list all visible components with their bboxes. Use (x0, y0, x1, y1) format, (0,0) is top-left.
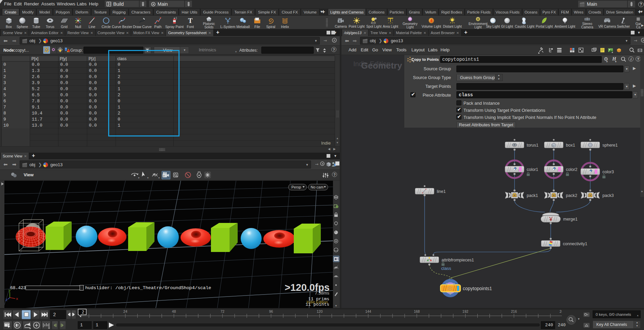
svg-text:48: 48 (172, 309, 176, 313)
svg-text:72: 72 (220, 309, 224, 313)
svg-text:168: 168 (414, 309, 420, 313)
svg-text:merge1: merge1 (563, 217, 577, 222)
svg-text:Indie Edition: Indie Edition (307, 300, 328, 304)
svg-text:192: 192 (462, 309, 469, 313)
svg-text:class: class (441, 266, 451, 271)
svg-text:7.38ms: 7.38ms (315, 290, 329, 296)
svg-text:216: 216 (511, 309, 517, 313)
svg-text:box1: box1 (566, 143, 575, 148)
svg-text:color1: color1 (527, 167, 538, 172)
svg-text:No cam: No cam (311, 185, 324, 189)
svg-text:copytopoints1: copytopoints1 (463, 286, 492, 291)
svg-text:Geometry: Geometry (361, 60, 402, 71)
svg-text:x: x (16, 297, 18, 301)
svg-text:pack2: pack2 (566, 193, 577, 198)
svg-text:96: 96 (269, 309, 273, 313)
svg-text:+: + (612, 51, 613, 54)
svg-text:color2: color2 (566, 167, 577, 172)
svg-text:z: z (5, 298, 8, 302)
svg-text:240: 240 (559, 309, 562, 313)
svg-text:Persp: Persp (291, 185, 301, 189)
svg-text:hudslider: /obj/Lees_Theatre/G: hudslider: /obj/Lees_Theatre/GroundShop4… (85, 285, 211, 290)
svg-text:144: 144 (365, 309, 371, 313)
svg-text:68.423: 68.423 (10, 285, 26, 290)
svg-text:pack3: pack3 (602, 193, 614, 198)
svg-text:color3: color3 (602, 170, 614, 174)
svg-text:torus1: torus1 (527, 143, 539, 148)
svg-text:connectivity1: connectivity1 (563, 242, 587, 246)
svg-text:120: 120 (317, 309, 323, 313)
svg-text:T: T (188, 17, 193, 24)
svg-text:2: 2 (82, 310, 84, 314)
svg-text:y: y (8, 288, 11, 293)
svg-text:24: 24 (123, 309, 127, 313)
svg-text:P: P (163, 175, 165, 177)
svg-text:sphere1: sphere1 (602, 143, 618, 148)
svg-text:line1: line1 (437, 189, 446, 194)
svg-text:attribfrompieces1: attribfrompieces1 (442, 258, 474, 262)
svg-text:pack1: pack1 (527, 193, 538, 198)
